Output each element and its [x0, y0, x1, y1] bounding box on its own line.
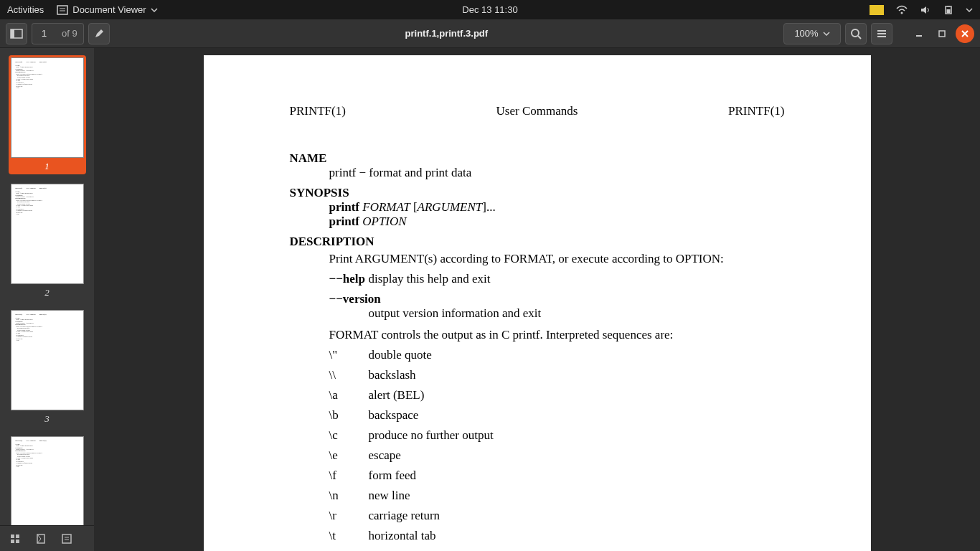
chevron-down-icon [151, 8, 158, 12]
svg-line-10 [858, 36, 861, 39]
option-version: −−version output version information and… [329, 292, 785, 321]
escape-seq-row: \nnew line [329, 489, 785, 503]
escape-seq-row: \bbackspace [329, 408, 785, 423]
document-canvas[interactable]: PRINTF(1) User Commands PRINTF(1) NAME p… [94, 48, 980, 551]
thumbnail-list[interactable]: PRINTF(1) User Commands PRINTF(1)NAME pr… [0, 48, 94, 525]
svg-rect-23 [62, 534, 71, 543]
svg-rect-6 [947, 9, 951, 13]
app-menu[interactable]: Document Viewer [57, 4, 157, 15]
header-bar: of 9 printf.1,printf.3.pdf 100% [0, 19, 980, 48]
synopsis-line-1: printf FORMAT [ARGUMENT]... [329, 200, 785, 215]
thumbnail-sidebar: PRINTF(1) User Commands PRINTF(1)NAME pr… [0, 48, 94, 551]
gnome-top-bar: Activities Document Viewer Dec 13 11:30 [0, 0, 980, 19]
escape-sequence-list: \"double quote\\backslash\aalert (BEL)\b… [290, 348, 785, 551]
escape-seq-row: \\backslash [329, 368, 785, 382]
view-annotations-button[interactable] [56, 529, 77, 548]
escape-seq-row: \eescape [329, 448, 785, 463]
thumbnail-page-1[interactable]: PRINTF(1) User Commands PRINTF(1)NAME pr… [9, 55, 86, 174]
svg-rect-21 [16, 540, 19, 543]
escape-seq-row: \aalert (BEL) [329, 388, 785, 402]
svg-rect-5 [947, 6, 950, 6]
section-description: DESCRIPTION [290, 235, 785, 249]
synopsis-line-2: printf OPTION [329, 215, 785, 229]
svg-rect-15 [939, 31, 945, 37]
header-center: User Commands [496, 104, 578, 118]
escape-seq-row: \thorizontal tab [329, 529, 785, 543]
header-right: PRINTF(1) [728, 104, 784, 118]
view-grid-button[interactable] [4, 529, 26, 548]
zoom-label: 100% [794, 28, 818, 39]
hamburger-menu-button[interactable] [871, 23, 892, 44]
escape-seq-row: \"double quote [329, 348, 785, 362]
svg-point-9 [852, 29, 859, 37]
zoom-selector[interactable]: 100% [783, 23, 841, 44]
document-title: printf.1,printf.3.pdf [114, 28, 779, 39]
page-number-input[interactable] [32, 23, 56, 44]
svg-rect-18 [11, 534, 14, 538]
svg-rect-0 [57, 6, 67, 14]
app-menu-label: Document Viewer [72, 4, 146, 15]
activities-button[interactable]: Activities [7, 4, 44, 15]
annotate-button[interactable] [88, 23, 110, 44]
maximize-button[interactable] [933, 24, 951, 43]
svg-point-3 [901, 11, 903, 14]
search-button[interactable] [845, 23, 867, 44]
svg-rect-19 [16, 534, 19, 538]
page-1: PRINTF(1) User Commands PRINTF(1) NAME p… [204, 55, 871, 551]
escape-seq-row: \rcarriage return [329, 509, 785, 523]
escape-seq-row: \fform feed [329, 468, 785, 483]
view-outline-button[interactable] [30, 529, 52, 548]
section-synopsis: SYNOPSIS [290, 186, 785, 200]
chevron-down-icon[interactable] [966, 8, 973, 12]
volume-icon[interactable] [920, 5, 931, 15]
close-button[interactable] [956, 24, 974, 43]
thumbnail-page-3[interactable]: PRINTF(1) User Commands PRINTF(1)NAME pr… [9, 308, 86, 427]
thumbnail-number: 2 [11, 287, 84, 298]
minimize-button[interactable] [910, 24, 928, 43]
wifi-icon[interactable] [895, 5, 908, 15]
page-count-label: of 9 [56, 23, 84, 44]
section-name: NAME [290, 151, 785, 166]
thumbnail-number: 1 [11, 161, 84, 172]
notification-indicator-icon[interactable] [870, 5, 884, 15]
sidebar-toggle-button[interactable] [6, 23, 27, 44]
svg-rect-20 [11, 540, 14, 543]
clock[interactable]: Dec 13 11:30 [462, 4, 517, 15]
description-body: Print ARGUMENT(s) according to FORMAT, o… [329, 252, 785, 266]
battery-icon[interactable] [943, 6, 954, 14]
name-body: printf − format and print data [329, 166, 785, 180]
format-note: FORMAT controls the output as in C print… [329, 328, 785, 342]
document-icon [57, 5, 68, 15]
header-left: PRINTF(1) [290, 104, 346, 118]
page-selector: of 9 [32, 23, 84, 44]
thumbnail-page-4[interactable]: PRINTF(1) User Commands PRINTF(1)NAME pr… [9, 434, 86, 525]
thumbnail-page-2[interactable]: PRINTF(1) User Commands PRINTF(1)NAME pr… [9, 182, 86, 301]
sidebar-footer [0, 525, 94, 551]
escape-seq-row: \cproduce no further output [329, 428, 785, 443]
svg-rect-8 [11, 29, 14, 38]
option-help: −−helpdisplay this help and exit [329, 272, 785, 286]
thumbnail-number: 3 [11, 413, 84, 425]
